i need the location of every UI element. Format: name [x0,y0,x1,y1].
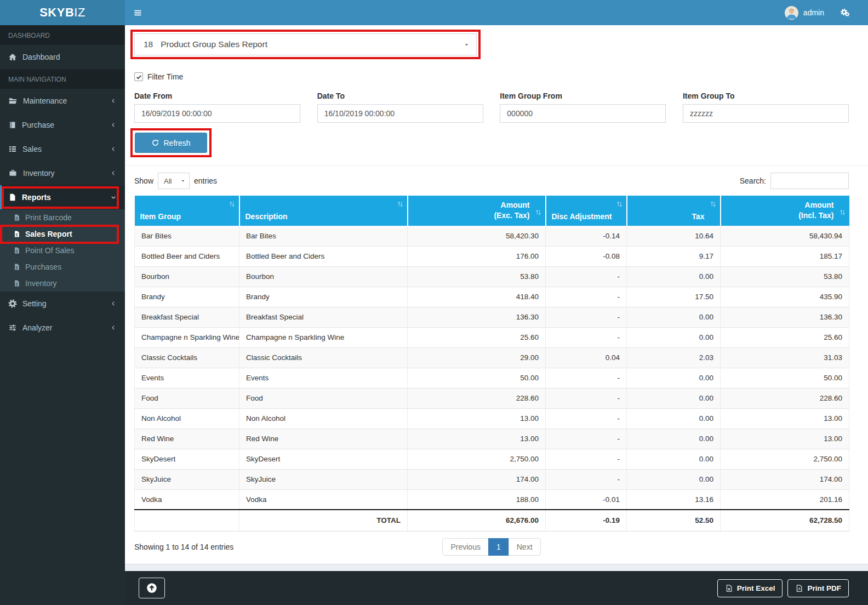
submenu-item-purchases[interactable]: Purchases [0,259,125,275]
sidebar-item-sales[interactable]: Sales [0,137,125,161]
settings-menu-button[interactable] [840,8,850,18]
submenu-item-point-of-sales[interactable]: Point Of Sales [0,242,125,259]
sidebar-toggle-button[interactable] [125,0,150,25]
description-cell: Brandy [239,287,408,307]
report-select[interactable]: 18 Product Group Sales Report [134,33,477,55]
submenu-item-inventory[interactable]: Inventory [0,275,125,292]
header-disc-adjustment[interactable]: Disc Adjustment [546,196,627,226]
header-tax[interactable]: Tax [627,196,721,226]
arrow-up-circle-icon [146,582,158,594]
refresh-button[interactable]: Refresh [135,133,207,153]
user-menu[interactable]: admin [785,6,824,20]
scroll-top-button[interactable] [139,578,165,598]
chevron-left-icon [110,122,117,128]
pdf-file-icon [795,584,803,592]
amount-incl-cell: 228.60 [721,388,849,408]
report-table: Item Group Description Amount (Exc. Tax) [134,196,849,532]
sidebar-item-inventory[interactable]: Inventory [0,161,125,185]
chevron-left-icon [110,170,117,176]
sidebar-item-dashboard[interactable]: Dashboard [0,45,125,69]
file-text-icon [13,214,20,221]
report-page: 18 Product Group Sales Report Filter Tim… [125,25,868,564]
amount-exc-cell: 188.00 [408,489,546,510]
header-label: Amount [727,200,834,210]
submenu-item-sales-report[interactable]: Sales Report [0,226,125,242]
print-pdf-label: Print PDF [807,584,841,592]
item-group-from-input[interactable] [500,104,666,123]
disc-adjustment-cell: -0.01 [546,489,627,510]
tax-cell: 0.00 [627,429,721,449]
date-from-input[interactable] [134,104,300,123]
table-row: Bar BitesBar Bites58,420.30-0.1410.6458,… [135,226,849,246]
item-group-to-input[interactable] [683,104,849,123]
description-cell: Events [239,368,408,388]
date-to-field: Date To [317,92,483,123]
tax-cell: 10.64 [627,226,721,246]
table-controls: Show All entries Search: [134,173,849,189]
previous-page-button[interactable]: Previous [442,538,488,556]
amount-exc-cell: 174.00 [408,469,546,489]
search-input[interactable] [770,173,849,189]
total-amount-incl: 62,728.50 [721,510,849,531]
header-label: Amount [414,200,530,210]
next-page-button[interactable]: Next [509,538,541,556]
sidebar-item-purchase[interactable]: Purchase [0,113,125,137]
amount-incl-cell: 2,750.00 [721,449,849,469]
sort-icon [709,200,717,208]
table-row: BrandyBrandy418.40-17.50435.90 [135,287,849,307]
sidebar-item-maintenance[interactable]: Maintenance [0,89,125,113]
date-from-field: Date From [134,92,300,123]
sidebar-item-label: Setting [22,299,47,308]
amount-incl-cell: 435.90 [721,287,849,307]
tax-cell: 0.00 [627,307,721,327]
header-amount-exc-tax[interactable]: Amount (Exc. Tax) [408,196,546,226]
header-label: Item Group [140,212,181,221]
page-length-select[interactable]: All [158,173,190,189]
annotation-box-reports [2,186,119,209]
book-icon [8,121,16,129]
excel-file-icon [725,584,733,592]
sort-icon [228,200,236,208]
amount-incl-cell: 185.17 [721,246,849,266]
search-box: Search: [740,173,849,189]
amount-exc-cell: 29.00 [408,347,546,368]
table-row: SkyDesertSkyDesert2,750.00-0.002,750.00 [135,449,849,469]
amount-exc-cell: 13.00 [408,429,546,449]
page-1-button[interactable]: 1 [488,538,509,556]
print-pdf-button[interactable]: Print PDF [787,579,849,597]
amount-incl-cell: 31.03 [721,347,849,368]
filter-time-checkbox[interactable] [134,72,143,81]
app-logo[interactable]: SKYBIZ [0,0,125,25]
date-to-input[interactable] [317,104,483,123]
amount-exc-cell: 53.80 [408,266,546,287]
date-to-label: Date To [317,92,483,100]
print-excel-label: Print Excel [737,584,775,592]
table-footer: Showing 1 to 14 of 14 entries Previous 1… [134,538,849,556]
caret-down-icon [180,178,186,184]
filter-time-row: Filter Time [134,72,849,81]
description-cell: Breakfast Special [239,307,408,327]
app-window: SKYBIZ DASHBOARD Dashboard MAIN NAVIGATI… [0,0,868,605]
header-item-group[interactable]: Item Group [135,196,239,226]
user-avatar [785,6,798,20]
description-cell: Bourbon [239,266,408,287]
sidebar-item-reports[interactable]: Reports [0,185,125,209]
sidebar-item-analyzer[interactable]: Analyzer [0,316,125,340]
tax-cell: 9.17 [627,246,721,266]
total-label: TOTAL [239,510,408,531]
sort-icon [534,208,542,216]
header-label: Tax [692,212,704,221]
caret-down-icon [464,42,470,48]
print-excel-button[interactable]: Print Excel [717,579,783,597]
sort-icon [838,208,847,216]
item-group-cell: Classic Cocktails [135,347,239,368]
disc-adjustment-cell: - [546,327,627,347]
header-amount-incl-tax[interactable]: Amount (Incl. Tax) [721,196,849,226]
sidebar-item-setting[interactable]: Setting [0,292,125,316]
tax-cell: 0.00 [627,388,721,408]
item-group-cell: Vodka [135,489,239,510]
table-row: Classic CocktailsClassic Cocktails29.000… [135,347,849,368]
header-label: Description [245,212,288,221]
submenu-item-print-barcode[interactable]: Print Barcode [0,209,125,226]
header-description[interactable]: Description [239,196,408,226]
